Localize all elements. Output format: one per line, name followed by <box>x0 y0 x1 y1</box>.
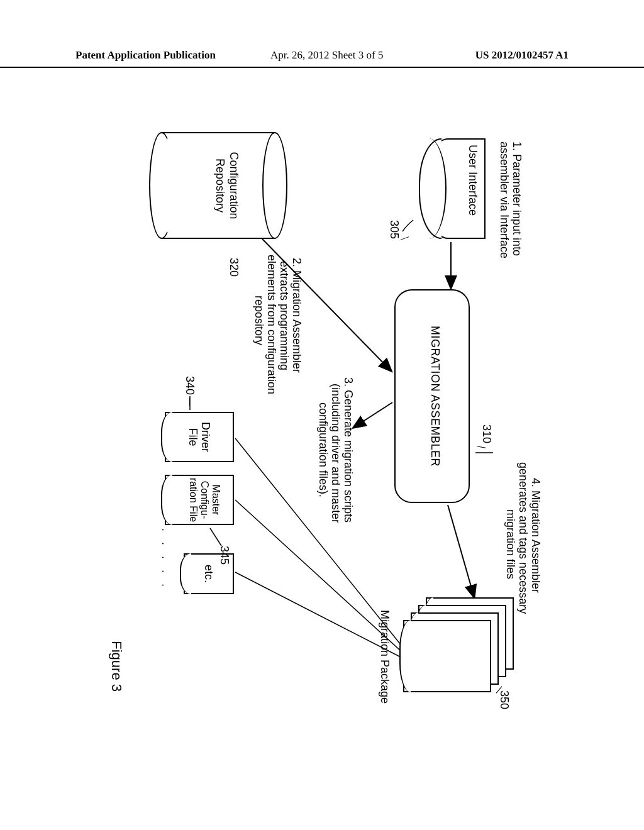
page: Patent Application Publication Apr. 26, … <box>0 0 644 830</box>
step-2-line-4: repository <box>252 296 265 345</box>
configuration-repository-label-1: Configuration <box>227 138 240 233</box>
driver-file-label-1: Driver <box>199 412 212 462</box>
migration-assembler-label: MIGRATION ASSEMBLER <box>428 302 441 490</box>
ellipsis-dots: . . . . . <box>159 528 172 590</box>
ref-310: 310 <box>480 424 493 443</box>
master-config-label-3: ration File <box>187 475 199 525</box>
page-header: Patent Application Publication Apr. 26, … <box>0 49 644 68</box>
ref-350: 350 <box>497 690 511 709</box>
step-2-line-3: elements from configuration <box>265 255 278 394</box>
svg-line-3 <box>448 505 474 597</box>
step-4-line-1: 4. Migration Assembler <box>529 478 542 593</box>
configuration-repository-label-2: Repository <box>213 138 226 233</box>
step-4-line-3: migration files <box>504 509 517 579</box>
header-publication-type: Patent Application Publication <box>75 49 216 62</box>
header-publication-number: US 2012/0102457 A1 <box>475 49 569 62</box>
step-2-line-2: extracts programming <box>277 261 291 370</box>
step-3-line-1: 3. Generate migration scripts <box>341 377 355 523</box>
step-4-line-2: generates and tags necessary <box>516 462 530 614</box>
figure-label: Figure 3 <box>108 641 125 692</box>
figure-3-container: User Interface MIGRATION ASSEMBLER Confi… <box>102 113 542 717</box>
ref-345: 345 <box>218 546 231 565</box>
ref-320: 320 <box>227 258 240 277</box>
header-date-sheet: Apr. 26, 2012 Sheet 3 of 5 <box>270 49 383 62</box>
ref-340: 340 <box>183 376 196 395</box>
svg-line-2 <box>353 402 392 428</box>
svg-line-6 <box>235 572 401 657</box>
master-config-label-2: Configu- <box>199 475 210 525</box>
step-1-line-1: 1. Parameter input into <box>510 141 523 256</box>
figure-3: User Interface MIGRATION ASSEMBLER Confi… <box>102 113 542 717</box>
user-interface-label: User Interface <box>466 145 479 216</box>
step-3-line-2: (including driver and master <box>329 384 342 523</box>
migration-package-label: Migration Package <box>378 610 391 704</box>
driver-file-label-2: File <box>186 412 199 462</box>
master-config-label-1: Master <box>210 475 221 525</box>
step-2-line-1: 2. Migration Assembler <box>290 258 303 373</box>
svg-line-5 <box>235 500 401 651</box>
step-3-line-3: configuration files). <box>316 402 330 497</box>
svg-line-9 <box>210 528 221 546</box>
step-1-line-2: assembler via Interface <box>497 141 511 258</box>
etc-file-label: etc. <box>202 553 215 594</box>
ref-305: 305 <box>387 220 401 239</box>
